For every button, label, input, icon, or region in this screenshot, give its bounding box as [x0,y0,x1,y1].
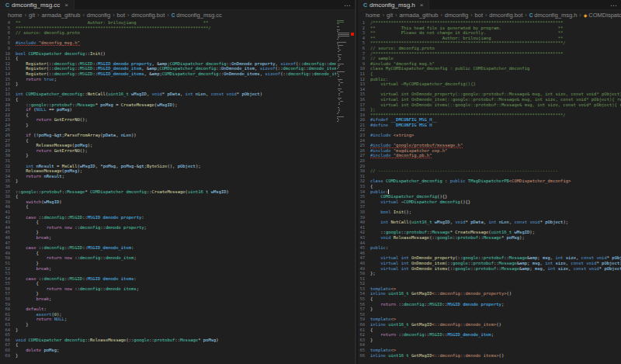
code-line[interactable]: 26 if (!poMsg-&gt;ParseFromArray(pData, … [0,133,336,138]
code-line[interactable]: 34 return nResult; [0,174,336,179]
code-line[interactable]: 58 [358,312,621,317]
code-line[interactable]: 23 return GetErrorNO(); [0,117,336,123]
code-line[interactable]: 44 [358,241,621,246]
breadcrumb[interactable]: home›git›armada_github›dmconfig›bot›dmco… [358,10,621,19]
code-line[interactable]: 6// source: dmconfig.proto [358,46,621,51]
breadcrumb-item[interactable]: armada_github [41,12,80,19]
code-line[interactable]: 40 int NetCall(uint16_t wMsgID, void* pD… [358,220,621,225]
code-line[interactable]: 9 [0,46,336,51]
code-line[interactable]: 29 return GetErrorNO(); [0,148,336,154]
code-line[interactable]: 37::google::protobuf::Message* COMDispat… [0,189,336,195]
code-line[interactable]: 43 void ReleaseMessage(::google::protobu… [358,235,621,241]
code-line[interactable]: 46 [358,251,621,256]
code-line[interactable]: 49 virtual int OnDmnode_items(::google::… [358,266,621,272]
code-line[interactable]: 33{ [358,184,621,189]
code-line[interactable]: 39 [358,215,621,220]
code-line[interactable]: 63 } [0,322,336,328]
code-line[interactable]: 11{ [358,71,621,77]
code-line[interactable]: 53 [0,271,336,276]
code-line[interactable]: 61 assert(0); [0,312,336,317]
close-icon[interactable]: × [420,2,424,9]
code-line[interactable]: 4** Author: briloujiang ** [358,36,621,41]
code-line[interactable]: 65 [0,332,336,338]
code-line[interactable]: 64 [358,342,621,348]
code-line[interactable]: 51 [358,276,621,282]
code-line[interactable]: 48 virtual int OnDmnode_item(::google::p… [358,261,621,266]
code-line[interactable]: 22 [358,127,621,133]
code-line[interactable]: 34public: [358,189,621,195]
code-line[interactable]: 30// -----------------------------------… [358,168,621,174]
editor-actions-button[interactable]: ⋯ [610,0,618,10]
code-line[interactable]: 17 virtual int OnDmnode_items(::google::… [358,102,621,108]
breadcrumb-item[interactable]: bot [117,12,125,19]
code-line[interactable]: 23#include <string> [358,133,621,138]
code-line[interactable]: 41 [358,225,621,231]
code-line[interactable]: 56 return ::dmconfig::MSGID::MSGID_dmnod… [358,302,621,307]
code-line[interactable]: 4** Author: briloujiang ** [0,20,336,26]
code-line[interactable]: 57 } [0,291,336,296]
code-line[interactable]: 8#include "dmconfig_msg.h" [0,40,336,46]
code-line[interactable]: 66inline uint16_t GetMsgID<::dmconfig::d… [358,353,621,359]
breadcrumb-item[interactable]: dmconfig_msg.h [534,12,577,19]
code-line[interactable]: 18int COMDispatcher_dmconfig::NetCall(ui… [0,92,336,97]
code-line[interactable]: 60inline uint16_t GetMsgID<::dmconfig::d… [358,322,621,328]
code-line[interactable]: 44 return new ::dmconfig::dmnode_propert… [0,225,336,231]
code-line[interactable]: 56 return new ::dmconfig::dmnode_items; [0,286,336,292]
code-line[interactable]: 26#include "msgdispatcher_exp.h" [358,148,621,154]
code-line[interactable]: 9#include "dmconfig_msg.h" [358,61,621,67]
code-line[interactable]: 41 [0,210,336,215]
code-line[interactable]: 30 } [0,153,336,158]
code-line[interactable]: 14 Register(::dmconfig::MSGID::MSGID_dmn… [0,71,336,77]
code-line[interactable]: 59template<> [358,317,621,322]
code-line[interactable]: 50 return new ::dmconfig::dmnode_item; [0,255,336,261]
code-line[interactable]: 22 { [0,113,336,118]
breadcrumb-item[interactable]: armada_github [399,12,438,19]
code-line[interactable]: 49 { [0,251,336,256]
code-line[interactable]: 25#include "google/protobuf/message.h" [358,143,621,148]
code-line[interactable]: 27#include "dmconfig.pb.h" [358,153,621,158]
code-line[interactable]: 3** Please do not change it directly. ** [358,30,621,36]
code-line[interactable]: 37 [358,204,621,210]
code-line[interactable]: 43 { [0,220,336,225]
code-line[interactable]: 27 { [0,138,336,144]
code-line[interactable]: 55 { [0,281,336,286]
tab-dmconfig-msg-cc[interactable]: C dmconfig_msg.cc × [0,0,75,9]
code-line[interactable]: 16 virtual int OnDmnode_item(::google::p… [358,97,621,102]
breadcrumb-item[interactable]: home [366,12,380,19]
code-line[interactable]: 5***************************************… [358,40,621,46]
code-line[interactable]: 45public: [358,245,621,251]
code-line[interactable]: 20#ifndef __DMCONFIG_MSG_H__ [358,117,621,123]
breadcrumb-item[interactable]: dmconfig.bot [131,12,165,19]
code-line[interactable]: 68 delete poMsg; [0,348,336,353]
code-line[interactable]: 45 } [0,230,336,235]
code-line[interactable]: 2** This head file is generated by progr… [358,26,621,31]
minimap[interactable] [337,20,349,364]
code-line[interactable]: 12 Register(::dmconfig::MSGID::MSGID_dmn… [0,61,336,67]
code-line[interactable]: 42 ::google::protobuf::Message* CreateMe… [358,230,621,235]
code-line[interactable]: 20 ::google::protobuf::Message* poMsg = … [0,102,336,108]
code-line[interactable]: 12public: [358,77,621,82]
code-line[interactable]: 57} [358,307,621,312]
code-line[interactable]: 50}; [358,271,621,276]
code-line[interactable]: 58 break; [0,296,336,302]
breadcrumb-item[interactable]: dmconfig.bot [489,12,522,19]
editor-actions-button[interactable]: ⋯ [344,0,352,10]
code-line[interactable]: 15 virtual int OnDmnode_property(::googl… [358,92,621,97]
overview-ruler[interactable] [350,11,355,364]
code-line[interactable]: 15 return true; [0,77,336,82]
code-line[interactable]: 60 default: [0,307,336,312]
code-line[interactable]: 61{ [358,328,621,333]
code-line[interactable]: 29 [358,164,621,169]
breadcrumb[interactable]: home›git›armada_github›dmconfig›bot›dmco… [0,10,355,19]
code-line[interactable]: 5***************************************… [0,26,336,31]
code-line[interactable]: 69} [0,353,336,359]
code-line[interactable]: 54 case ::dmconfig::MSGID::MSGID_dmnode_… [0,276,336,282]
code-line[interactable]: 51 } [0,261,336,266]
breadcrumb-item[interactable]: dmconfig [87,12,110,19]
code-line[interactable]: 62 return NULL; [0,317,336,322]
code-line[interactable]: 28 [358,158,621,164]
code-line[interactable]: 55{ [358,296,621,302]
code-editor-right[interactable]: 1/**************************************… [358,20,621,364]
code-line[interactable]: 19{ [0,97,336,102]
breadcrumb-item[interactable]: git [387,12,393,19]
